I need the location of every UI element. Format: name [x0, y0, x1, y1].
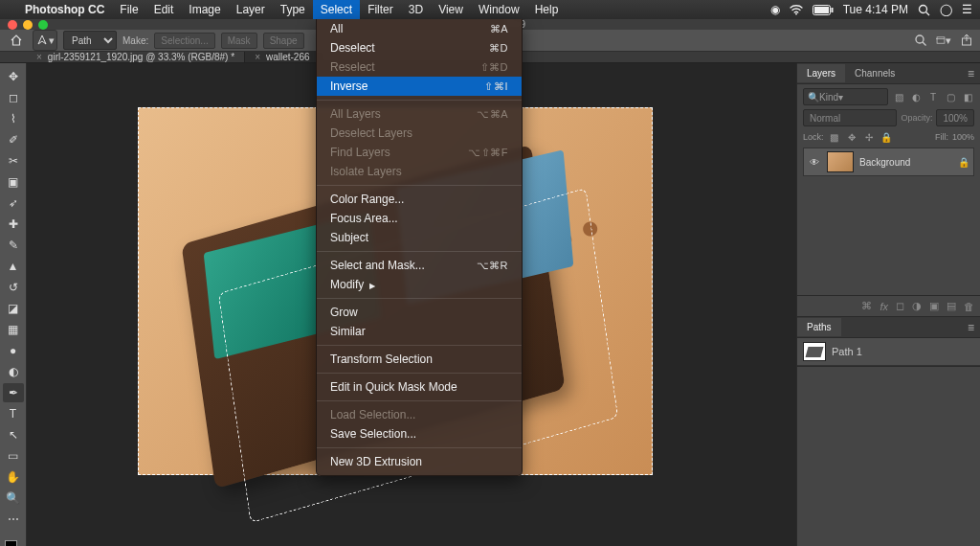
- brush-tool[interactable]: ✎: [3, 236, 24, 255]
- lock-artboard-icon[interactable]: ✢: [862, 130, 876, 144]
- filter-type-icon[interactable]: T: [926, 90, 940, 103]
- menu-item-new-3d-extrusion[interactable]: New 3D Extrusion: [317, 452, 522, 471]
- menu-item-similar[interactable]: Similar: [317, 322, 522, 341]
- layer-lock-icon[interactable]: 🔒: [958, 157, 969, 168]
- delete-layer-icon[interactable]: 🗑: [964, 301, 974, 312]
- clone-stamp-tool[interactable]: ▲: [3, 257, 24, 276]
- workspace-icon[interactable]: ▾: [936, 33, 951, 48]
- quick-select-tool[interactable]: ✐: [3, 130, 24, 149]
- edit-toolbar[interactable]: ⋯: [3, 510, 24, 529]
- menu-help[interactable]: Help: [527, 0, 567, 19]
- layer-mask-icon[interactable]: ◻: [896, 300, 904, 312]
- menu-item-deselect[interactable]: Deselect⌘D: [317, 38, 522, 57]
- type-tool[interactable]: T: [3, 404, 24, 423]
- layer-group-icon[interactable]: ▣: [929, 300, 939, 312]
- active-tool-indicator[interactable]: ▾: [33, 30, 57, 51]
- menu-item-transform-selection[interactable]: Transform Selection: [317, 350, 522, 369]
- zoom-tool[interactable]: 🔍: [3, 489, 24, 508]
- opacity-value[interactable]: 100%: [936, 109, 974, 126]
- visibility-toggle-icon[interactable]: 👁: [808, 157, 821, 168]
- menu-item-select-and-mask[interactable]: Select and Mask...⌥⌘R: [317, 256, 522, 275]
- make-mask-button[interactable]: Mask: [221, 33, 257, 49]
- window-zoom-button[interactable]: [38, 20, 48, 30]
- marquee-tool[interactable]: ◻: [3, 88, 24, 107]
- gradient-tool[interactable]: ▦: [3, 320, 24, 339]
- menu-type[interactable]: Type: [273, 0, 313, 19]
- adjustment-layer-icon[interactable]: ◑: [912, 300, 922, 312]
- home-button[interactable]: [6, 30, 27, 51]
- layer-filter-kind[interactable]: 🔍 Kind ▾: [803, 88, 888, 105]
- eraser-tool[interactable]: ◪: [3, 299, 24, 318]
- notification-center-icon[interactable]: ☰: [962, 3, 972, 16]
- window-close-button[interactable]: [8, 20, 17, 30]
- panel-menu-icon[interactable]: ≡: [962, 67, 980, 80]
- menu-item-inverse[interactable]: Inverse⇧⌘I: [317, 77, 522, 96]
- make-shape-button[interactable]: Shape: [263, 33, 304, 49]
- color-swatches[interactable]: [3, 538, 24, 546]
- healing-brush-tool[interactable]: ✚: [3, 215, 24, 234]
- rectangle-tool[interactable]: ▭: [3, 446, 24, 466]
- path-mode-select[interactable]: Path: [63, 31, 117, 50]
- menu-item-modify[interactable]: Modify: [317, 275, 522, 294]
- lock-position-icon[interactable]: ✥: [845, 130, 858, 144]
- menu-item-grow[interactable]: Grow: [317, 303, 522, 322]
- pen-tool[interactable]: ✒: [3, 383, 24, 402]
- cloud-sync-icon[interactable]: ◉: [770, 3, 780, 16]
- path-thumbnail[interactable]: [803, 342, 826, 361]
- dodge-tool[interactable]: ◐: [3, 362, 24, 381]
- filter-shape-icon[interactable]: ▢: [944, 90, 957, 103]
- tab-layers[interactable]: Layers: [797, 64, 845, 82]
- tab-channels[interactable]: Channels: [845, 64, 904, 82]
- app-menu[interactable]: Photoshop CC: [17, 0, 112, 19]
- battery-icon[interactable]: [813, 5, 834, 15]
- menu-item-all[interactable]: All⌘A: [317, 19, 522, 38]
- menu-item-focus-area[interactable]: Focus Area...: [317, 209, 522, 228]
- lock-all-icon[interactable]: 🔒: [880, 130, 893, 144]
- menu-layer[interactable]: Layer: [229, 0, 273, 19]
- blend-mode-select[interactable]: Normal: [803, 109, 897, 126]
- filter-adjust-icon[interactable]: ◐: [909, 90, 923, 103]
- hand-tool[interactable]: ✋: [3, 467, 24, 487]
- new-layer-icon[interactable]: ▤: [947, 300, 956, 312]
- frame-tool[interactable]: ▣: [3, 172, 24, 192]
- path-select-tool[interactable]: ↖: [3, 425, 24, 444]
- close-tab-icon[interactable]: ×: [255, 52, 260, 62]
- blur-tool[interactable]: ●: [3, 341, 24, 360]
- move-tool[interactable]: ✥: [3, 67, 24, 86]
- link-layers-icon[interactable]: ⌘: [861, 300, 872, 312]
- menu-item-subject[interactable]: Subject: [317, 228, 522, 247]
- filter-pixel-icon[interactable]: ▧: [892, 90, 905, 103]
- menu-window[interactable]: Window: [471, 0, 527, 19]
- menu-filter[interactable]: Filter: [360, 0, 401, 19]
- lock-pixels-icon[interactable]: ▩: [828, 130, 841, 144]
- menu-select[interactable]: Select: [313, 0, 360, 19]
- panel-menu-icon[interactable]: ≡: [962, 321, 980, 334]
- filter-smart-icon[interactable]: ◧: [961, 90, 974, 103]
- layer-name[interactable]: Background: [859, 157, 952, 168]
- spotlight-icon[interactable]: [918, 4, 930, 16]
- tab-paths[interactable]: Paths: [797, 318, 841, 336]
- fill-value[interactable]: 100%: [952, 132, 974, 142]
- menu-edit[interactable]: Edit: [146, 0, 182, 19]
- menu-3d[interactable]: 3D: [401, 0, 431, 19]
- menubar-clock[interactable]: Tue 4:14 PM: [843, 3, 908, 16]
- layer-row[interactable]: 👁 Background 🔒: [803, 148, 974, 176]
- path-row[interactable]: Path 1: [797, 338, 980, 366]
- menu-item-color-range[interactable]: Color Range...: [317, 190, 522, 209]
- lasso-tool[interactable]: ⌇: [3, 109, 24, 128]
- layer-thumbnail[interactable]: [827, 151, 854, 172]
- eyedropper-tool[interactable]: ➶: [3, 193, 24, 213]
- foreground-color-swatch[interactable]: [5, 540, 17, 546]
- history-brush-tool[interactable]: ↺: [3, 278, 24, 297]
- document-tab[interactable]: × wallet-266: [245, 52, 320, 62]
- make-selection-button[interactable]: Selection...: [154, 33, 214, 49]
- siri-icon[interactable]: ◯: [940, 3, 952, 16]
- menu-item-edit-in-quick-mask-mode[interactable]: Edit in Quick Mask Mode: [317, 377, 522, 397]
- path-name[interactable]: Path 1: [832, 346, 862, 357]
- menu-image[interactable]: Image: [181, 0, 228, 19]
- crop-tool[interactable]: ✂: [3, 151, 24, 171]
- menu-item-save-selection[interactable]: Save Selection...: [317, 424, 522, 444]
- layer-fx-icon[interactable]: fx: [880, 301, 888, 312]
- share-icon[interactable]: [959, 33, 974, 48]
- menu-file[interactable]: File: [112, 0, 145, 19]
